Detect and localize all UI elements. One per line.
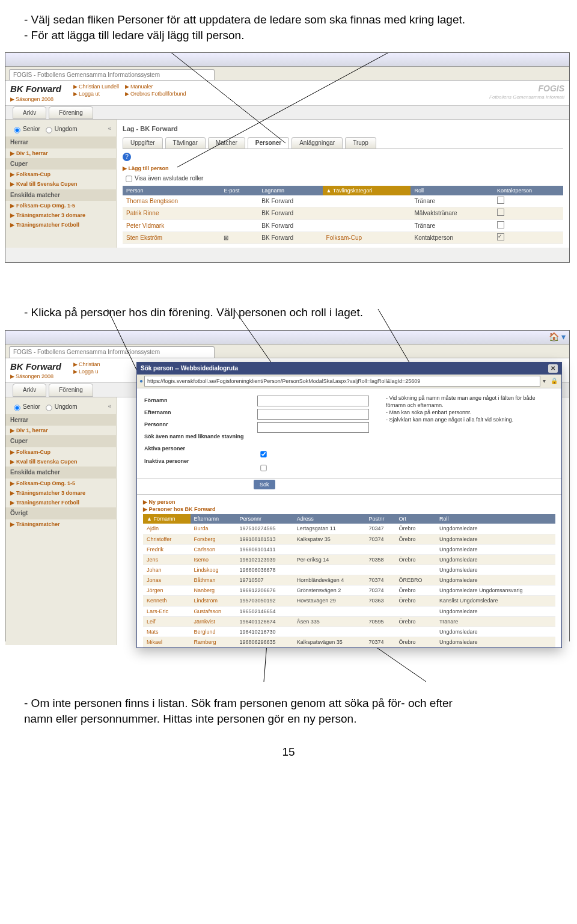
radio-ungdom[interactable]: [46, 127, 52, 133]
tab-uppgifter[interactable]: Uppgifter: [123, 137, 163, 148]
help-icon[interactable]: ?: [123, 153, 131, 161]
screenshot-2: 🏠 ▾ FOGIS - Fotbollens Gemensamma Inform…: [5, 330, 570, 641]
link-user[interactable]: Christian: [79, 361, 100, 367]
side-div1[interactable]: Div 1, herrar: [16, 150, 48, 156]
side-div1[interactable]: Div 1, herrar: [16, 427, 48, 433]
side-cuper: Cuper: [5, 435, 116, 447]
link-user[interactable]: Christian Lundell: [79, 84, 119, 90]
side-folksam[interactable]: Folksam-Cup: [16, 449, 50, 455]
link-personer-hos[interactable]: Personer hos BK Forward: [149, 506, 216, 512]
season-label[interactable]: Säsongen 2008: [16, 373, 53, 379]
link-add-person[interactable]: Lägg till person: [129, 165, 169, 171]
close-icon[interactable]: ✕: [548, 364, 558, 373]
label-akt: Aktiva personer: [144, 442, 246, 454]
search-result-grid: ▲ Förnamn Efternamn Personnr Adress Post…: [143, 514, 555, 647]
season-label[interactable]: Säsongen 2008: [16, 96, 53, 102]
col-po[interactable]: Postnr: [365, 514, 395, 524]
list-item[interactable]: KennethLindström195703050192Hovstavägen …: [143, 596, 555, 606]
side-tmf[interactable]: Träningsmatcher Fotboll: [16, 500, 79, 506]
side-fco[interactable]: Folksam-Cup Omg. 1-5: [16, 203, 75, 209]
chk-aktiva[interactable]: [260, 451, 266, 457]
browser-tab[interactable]: FOGIS - Fotbollens Gemensamma Informatio…: [9, 346, 215, 358]
link-forbund[interactable]: Örebros Fotbollförbund: [130, 91, 186, 97]
instruction-4b-text: namn eller personnummer. Hittas inte per…: [24, 711, 553, 727]
radio-senior[interactable]: [14, 127, 20, 133]
list-item[interactable]: Lars-EricGustafsson196502146654Ungdomsle…: [143, 606, 555, 616]
side-fco[interactable]: Folksam-Cup Omg. 1-5: [16, 480, 75, 486]
sok-button[interactable]: Sök: [254, 480, 275, 489]
screenshot-1: FOGIS - Fotbollens Gemensamma Informatio…: [5, 52, 570, 263]
list-item[interactable]: JonasBåthman19710507Hornbländevägen 4703…: [143, 575, 555, 586]
tab-tavlingar[interactable]: Tävlingar: [165, 137, 206, 148]
label-en: Efternamn: [144, 406, 246, 418]
menu-forening[interactable]: Förening: [49, 106, 93, 120]
chk-kontakt[interactable]: [497, 197, 504, 204]
tab-anlaggningar[interactable]: Anläggningar: [292, 137, 343, 148]
side-folksam[interactable]: Folksam-Cup: [16, 171, 50, 177]
chk-kontakt[interactable]: [497, 209, 504, 216]
radio-senior[interactable]: [14, 405, 20, 411]
label-pn: Personnr: [144, 418, 246, 430]
instruction-1: - Välj sedan fliken Personer för att upp…: [24, 12, 553, 43]
list-item[interactable]: MikaelRamberg196806296635Kalkspatsvägen …: [143, 637, 555, 647]
input-fornamn[interactable]: [257, 396, 369, 406]
link-logout[interactable]: Logga u: [79, 369, 99, 375]
dialog-addressbar: ● https://fogis.svenskfotboll.se/Fogisfo…: [137, 375, 561, 388]
dialog-url[interactable]: https://fogis.svenskfotboll.se/Fogisfore…: [144, 376, 540, 387]
col-kontakt[interactable]: Kontaktperson: [493, 186, 563, 195]
col-ort[interactable]: Ort: [395, 514, 436, 524]
col-roll[interactable]: Roll: [411, 186, 493, 195]
list-item[interactable]: FredrikCarlsson196808101411Ungdomsledare: [143, 544, 555, 554]
list-item[interactable]: MatsBerglund196410216730Ungdomsledare: [143, 626, 555, 637]
list-item[interactable]: JohanLindskoog196606036678Ungdomsledare: [143, 565, 555, 575]
side-kval[interactable]: Kval till Svenska Cupen: [16, 459, 78, 465]
link-manuals[interactable]: Manualer: [130, 84, 153, 90]
input-efternamn[interactable]: [257, 409, 369, 420]
persons-grid: Person E-post Lagnamn ▲ Tävlingskategori…: [123, 186, 563, 244]
side-tm3[interactable]: Träningsmatcher 3 domare: [16, 212, 85, 218]
radio-ungdom[interactable]: [46, 405, 52, 411]
list-item[interactable]: JensIsemo196102123939Per-eriksg 1470358Ö…: [143, 554, 555, 564]
note-1: - Vid sökning på namn måste man ange någ…: [386, 394, 554, 409]
browser-tab[interactable]: FOGIS - Fotbollens Gemensamma Informatio…: [9, 69, 215, 81]
col-lag[interactable]: Lagnamn: [258, 186, 322, 195]
side-herrar: Herrar: [5, 414, 116, 426]
col-ad[interactable]: Adress: [293, 514, 365, 524]
col-person[interactable]: Person: [123, 186, 220, 195]
tab-personer[interactable]: Personer: [248, 137, 289, 148]
list-item[interactable]: LeifJärnkvist196401126674Åsen 33570595Ör…: [143, 616, 555, 626]
list-item[interactable]: AjdinBurda197510274595Lertagsgatan 11703…: [143, 524, 555, 534]
ie-icon: ●: [139, 377, 143, 385]
list-item[interactable]: ChristofferForsberg199108181513Kalkspats…: [143, 534, 555, 544]
col-fn[interactable]: ▲ Förnamn: [143, 514, 191, 524]
mail-icon[interactable]: ⊠: [224, 234, 228, 242]
lock-icon: 🔒: [551, 377, 559, 385]
col-pn[interactable]: Personnr: [236, 514, 293, 524]
side-cuper: Cuper: [5, 158, 116, 170]
side-tmf[interactable]: Träningsmatcher Fotboll: [16, 222, 79, 228]
search-person-dialog: Sök person -- Webbsidedialogruta ✕ ● htt…: [136, 362, 562, 648]
chk-kontakt[interactable]: [497, 221, 504, 228]
input-personnr[interactable]: [257, 422, 369, 433]
content-title: Lag - BK Forward: [123, 124, 563, 133]
menubar: Arkiv Förening: [5, 106, 569, 120]
col-en[interactable]: Efternamn: [191, 514, 236, 524]
side-tm[interactable]: Träningsmatcher: [16, 521, 60, 527]
link-ny-person[interactable]: Ny person: [149, 499, 176, 505]
menu-forening[interactable]: Förening: [49, 384, 93, 397]
chk-show-closed[interactable]: [126, 176, 132, 182]
col-tav[interactable]: ▲ Tävlingskategori: [323, 186, 411, 195]
col-epost[interactable]: E-post: [220, 186, 258, 195]
side-tm3[interactable]: Träningsmatcher 3 domare: [16, 490, 85, 496]
browser-titlebar: [5, 53, 569, 67]
tab-trupp[interactable]: Trupp: [345, 137, 376, 148]
chk-inaktiva[interactable]: [260, 465, 266, 471]
side-kval[interactable]: Kval till Svenska Cupen: [16, 181, 78, 187]
menu-arkiv[interactable]: Arkiv: [13, 384, 46, 397]
list-item[interactable]: JörgenNanberg196912206676Grönstensvägen …: [143, 586, 555, 596]
link-logout[interactable]: Logga ut: [79, 91, 100, 97]
col-roll[interactable]: Roll: [436, 514, 555, 524]
chk-kontakt[interactable]: [497, 233, 504, 240]
tab-matcher[interactable]: Matcher: [208, 137, 245, 148]
menu-arkiv[interactable]: Arkiv: [13, 106, 46, 120]
